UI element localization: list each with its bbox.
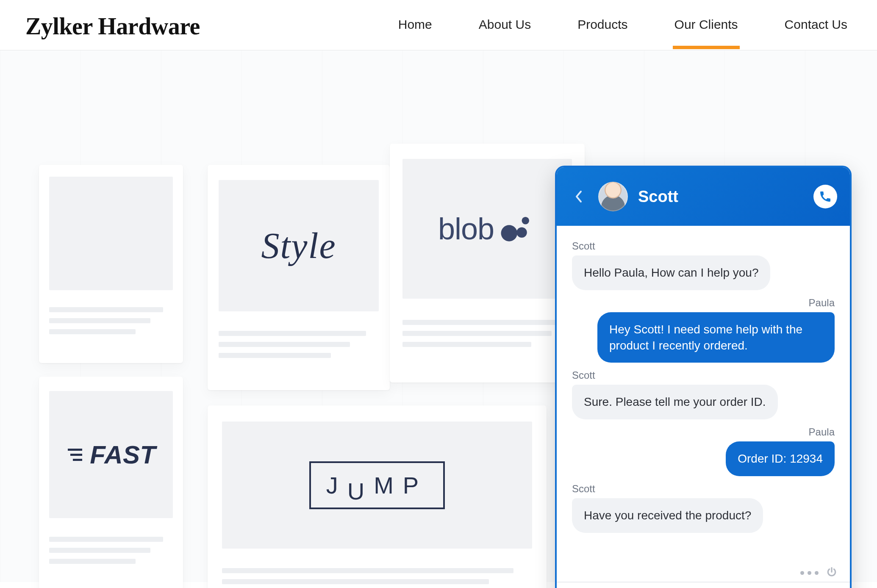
svg-point-2 [522, 217, 530, 225]
nav-clients[interactable]: Our Clients [674, 17, 738, 35]
svg-rect-5 [73, 459, 82, 461]
message-bubble: Have you received the product? [572, 498, 763, 533]
main-content: Style blob [0, 50, 877, 582]
client-logo-jump: JUMP [222, 422, 532, 549]
sender-label: Paula [809, 426, 835, 438]
style-logo-text: Style [261, 225, 336, 267]
message-bubble: Hello Paula, How can I help you? [572, 255, 770, 290]
nav-contact[interactable]: Contact Us [785, 17, 847, 35]
placeholder-lines [222, 568, 532, 588]
sender-label: Paula [809, 297, 835, 309]
client-card-jump[interactable]: JUMP [208, 405, 547, 588]
call-button[interactable] [813, 185, 837, 208]
svg-point-0 [501, 225, 518, 241]
blob-dots-icon [498, 214, 536, 244]
message-agent: Scott Hello Paula, How can I help you? [572, 240, 835, 290]
nav-home[interactable]: Home [398, 17, 432, 35]
placeholder-lines [49, 537, 173, 564]
svg-rect-4 [70, 454, 82, 456]
placeholder-lines [49, 307, 173, 334]
fast-logo-text: FAST [90, 440, 155, 469]
main-nav: Home About Us Products Our Clients Conta… [398, 17, 847, 35]
blob-logo-text: blob [438, 211, 494, 246]
nav-about[interactable]: About Us [479, 17, 531, 35]
nav-products[interactable]: Products [577, 17, 627, 35]
site-brand: Zylker Hardware [25, 13, 200, 40]
phone-icon [819, 191, 831, 202]
client-logo-fast: FAST [49, 391, 173, 518]
message-bubble: Hey Scott! I need some help with the pro… [597, 312, 835, 363]
client-logo-style: Style [219, 180, 379, 311]
chat-messages: Scott Hello Paula, How can I help you? P… [557, 226, 850, 564]
client-logo-placeholder [49, 177, 173, 290]
message-agent: Scott Have you received the product? [572, 483, 835, 533]
message-user: Paula Hey Scott! I need some help with t… [572, 297, 835, 363]
agent-name: Scott [638, 188, 678, 206]
site-header: Zylker Hardware Home About Us Products O… [0, 0, 877, 50]
svg-point-1 [516, 227, 527, 238]
chat-widget: Scott Scott Hello Paula, How can I help … [555, 166, 852, 588]
svg-rect-3 [68, 449, 82, 451]
client-card-fast[interactable]: FAST [39, 377, 183, 588]
message-user: Paula Order ID: 12934 [572, 426, 835, 476]
placeholder-lines [219, 331, 379, 358]
sender-label: Scott [572, 369, 835, 381]
jump-logo-box: JUMP [309, 461, 445, 509]
power-icon [826, 566, 837, 577]
speed-lines-icon [66, 446, 86, 463]
message-bubble: Sure. Please tell me your order ID. [572, 385, 778, 419]
sender-label: Scott [572, 483, 835, 495]
agent-avatar [598, 182, 628, 211]
chat-back-button[interactable] [569, 187, 588, 206]
end-chat-button[interactable] [826, 566, 837, 579]
message-agent: Scott Sure. Please tell me your order ID… [572, 369, 835, 419]
chat-header: Scott [557, 167, 850, 226]
placeholder-lines [402, 320, 572, 347]
message-bubble: Order ID: 12934 [726, 441, 835, 476]
sender-label: Scott [572, 240, 835, 252]
chat-input-row [557, 582, 850, 588]
client-card-placeholder-1 [39, 165, 183, 363]
chat-footer-tools [557, 564, 850, 582]
client-card-style[interactable]: Style [208, 165, 390, 390]
client-logo-blob: blob [402, 159, 572, 299]
chevron-left-icon [574, 190, 583, 203]
more-options-button[interactable] [800, 566, 819, 579]
